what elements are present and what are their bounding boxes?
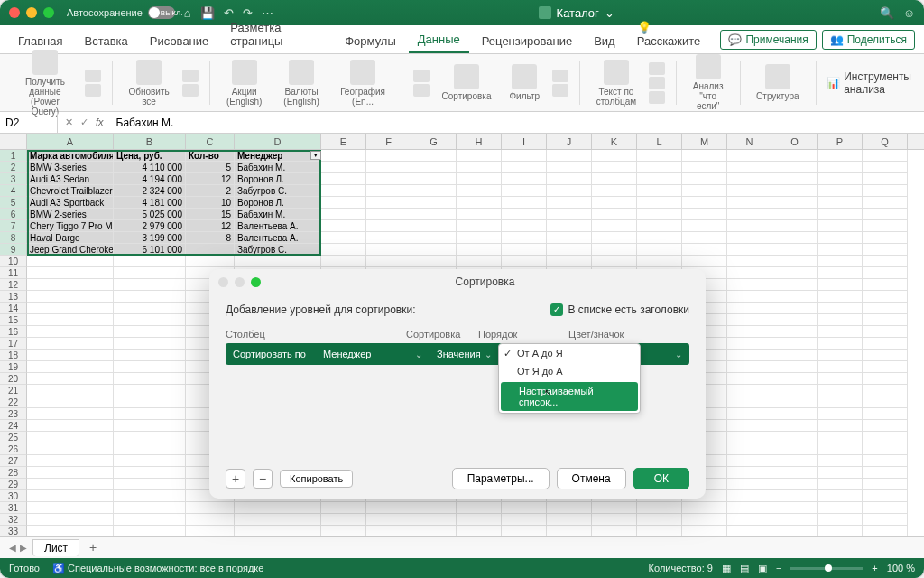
cell[interactable] — [772, 279, 818, 291]
cell[interactable] — [114, 432, 186, 443]
sheet-tab[interactable]: Лист — [32, 539, 79, 556]
row-header[interactable]: 5 — [0, 197, 27, 209]
row-header[interactable]: 30 — [0, 490, 27, 502]
cell[interactable] — [592, 244, 637, 256]
name-box[interactable]: D2 — [0, 112, 58, 133]
cell[interactable]: 15 — [186, 209, 235, 220]
cell[interactable] — [772, 291, 818, 303]
cell[interactable] — [727, 350, 772, 361]
params-button[interactable]: Параметры... — [452, 468, 550, 489]
cell[interactable] — [114, 502, 186, 514]
cell[interactable] — [818, 279, 863, 291]
row-header[interactable]: 18 — [0, 350, 27, 361]
cell[interactable] — [818, 350, 863, 361]
cell[interactable] — [114, 490, 186, 502]
cell[interactable] — [186, 244, 235, 256]
cell[interactable] — [547, 185, 592, 197]
home-icon[interactable]: ⌂ — [184, 6, 191, 20]
filter-button[interactable]: Фильтр — [504, 64, 545, 101]
cell[interactable] — [114, 396, 186, 408]
cell[interactable] — [772, 326, 818, 338]
cell[interactable] — [27, 479, 114, 490]
sort-az[interactable] — [413, 70, 430, 97]
cell[interactable] — [114, 514, 186, 526]
col-header-D[interactable]: D — [235, 134, 321, 149]
cell[interactable] — [772, 432, 818, 443]
cell[interactable] — [863, 279, 908, 291]
cell[interactable] — [27, 408, 114, 420]
cell[interactable] — [366, 244, 411, 256]
currency-button[interactable]: Валюты (English) — [275, 60, 328, 107]
cell[interactable] — [727, 267, 772, 279]
cell[interactable] — [818, 150, 863, 162]
tab-layout[interactable]: Разметка страницы — [221, 15, 332, 53]
cell[interactable] — [321, 162, 366, 173]
search-icon[interactable]: 🔍 — [880, 6, 894, 20]
cell[interactable] — [366, 526, 411, 536]
cell[interactable] — [321, 526, 366, 536]
cell[interactable] — [27, 291, 114, 303]
cell[interactable] — [818, 303, 863, 314]
text-cols-button[interactable]: Текст по столбцам — [591, 60, 642, 107]
cell[interactable] — [772, 385, 818, 396]
cell[interactable]: 5 — [186, 162, 235, 173]
cell[interactable] — [457, 256, 502, 267]
cell[interactable] — [366, 185, 411, 197]
cell[interactable] — [727, 467, 772, 479]
cell[interactable] — [863, 291, 908, 303]
cell[interactable] — [727, 385, 772, 396]
cell[interactable] — [114, 291, 186, 303]
cell[interactable] — [502, 526, 547, 536]
cell[interactable] — [727, 432, 772, 443]
cell[interactable] — [818, 502, 863, 514]
cell[interactable] — [727, 408, 772, 420]
cell[interactable]: Цена, руб. — [114, 150, 186, 162]
cell[interactable]: 12 — [186, 173, 235, 185]
cell[interactable] — [592, 220, 637, 232]
cell[interactable] — [457, 162, 502, 173]
col-header-O[interactable]: O — [772, 134, 818, 149]
clear-icon[interactable] — [552, 70, 568, 82]
cell[interactable]: Бабахин М. — [235, 162, 321, 173]
cell[interactable]: Haval Dargo — [27, 232, 114, 244]
cell[interactable] — [366, 220, 411, 232]
cell[interactable] — [457, 150, 502, 162]
row-header[interactable]: 20 — [0, 373, 27, 385]
filter-dropdown-icon[interactable]: ▾ — [310, 151, 321, 160]
sort-button[interactable]: Сортировка — [437, 64, 497, 101]
cell[interactable] — [27, 467, 114, 479]
cell[interactable] — [186, 514, 235, 526]
cell[interactable] — [772, 361, 818, 373]
cell[interactable] — [114, 303, 186, 314]
cell[interactable]: Audi A3 Sedan — [27, 173, 114, 185]
cell[interactable] — [818, 162, 863, 173]
cell[interactable]: Audi A3 Sportback — [27, 197, 114, 209]
cell[interactable] — [863, 526, 908, 536]
cell[interactable] — [114, 420, 186, 432]
whatif-button[interactable]: Анализ "что если" — [688, 54, 729, 111]
cell[interactable] — [727, 338, 772, 350]
cell[interactable] — [366, 209, 411, 220]
cell[interactable] — [547, 514, 592, 526]
d2-icon[interactable] — [649, 77, 665, 89]
cell[interactable]: 6 101 000 — [114, 244, 186, 256]
row-header[interactable]: 15 — [0, 314, 27, 326]
cell[interactable] — [727, 373, 772, 385]
cell[interactable] — [772, 443, 818, 455]
order-option-custom[interactable]: Настраиваемый список...↖ — [501, 382, 638, 411]
cell[interactable] — [818, 490, 863, 502]
cell[interactable] — [547, 162, 592, 173]
cell[interactable] — [818, 209, 863, 220]
cell[interactable] — [772, 396, 818, 408]
cell[interactable] — [321, 197, 366, 209]
cell[interactable] — [818, 385, 863, 396]
cell[interactable] — [772, 467, 818, 479]
cell[interactable] — [457, 514, 502, 526]
cell[interactable] — [682, 244, 727, 256]
cell[interactable] — [727, 514, 772, 526]
cell[interactable] — [547, 150, 592, 162]
cell[interactable] — [547, 173, 592, 185]
cell[interactable] — [863, 244, 908, 256]
cell[interactable] — [457, 209, 502, 220]
cell[interactable] — [114, 373, 186, 385]
